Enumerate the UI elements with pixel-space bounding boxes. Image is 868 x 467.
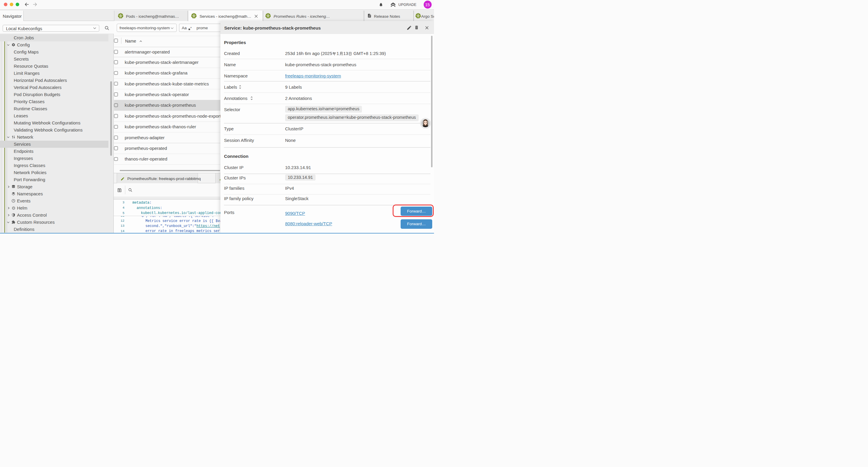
svg-text:H: H xyxy=(13,207,14,209)
svg-text:*: * xyxy=(191,26,192,30)
